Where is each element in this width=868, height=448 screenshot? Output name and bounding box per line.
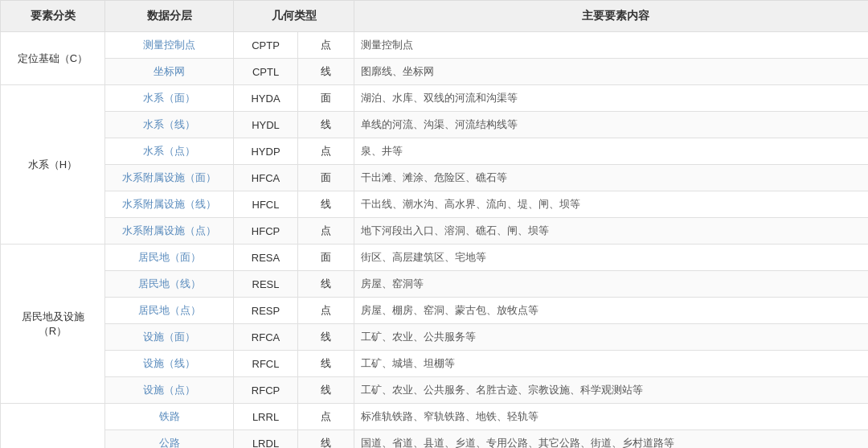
content-cell: 泉、井等 [354, 138, 869, 165]
header-category: 要素分类 [1, 1, 105, 32]
layer-name-cell: 公路 [105, 430, 234, 449]
layer-name-cell: 设施（面） [105, 324, 234, 351]
geo-type-cell: 点 [298, 404, 354, 430]
content-cell: 国道、省道、县道、乡道、专用公路、其它公路、街道、乡村道路等 [354, 430, 869, 449]
code-cell: HFCA [234, 165, 298, 191]
content-cell: 干出滩、滩涂、危险区、礁石等 [354, 165, 869, 191]
layer-name-cell: 居民地（线） [105, 271, 234, 298]
geo-type-cell: 点 [298, 32, 354, 59]
code-cell: HYDL [234, 112, 298, 138]
content-cell: 房屋、窑洞等 [354, 271, 869, 298]
geo-type-cell: 面 [298, 85, 354, 112]
layer-name-cell: 测量控制点 [105, 32, 234, 59]
content-cell: 湖泊、水库、双线的河流和沟渠等 [354, 85, 869, 112]
code-cell: LRRL [234, 404, 298, 430]
geo-type-cell: 面 [298, 245, 354, 271]
code-cell: HYDA [234, 85, 298, 112]
geo-type-cell: 线 [298, 59, 354, 85]
layer-name-cell: 设施（点） [105, 377, 234, 404]
layer-name-cell: 水系（点） [105, 138, 234, 165]
content-cell: 工矿、农业、公共服务、名胜古迹、宗教设施、科学观测站等 [354, 377, 869, 404]
layer-name-cell: 水系（线） [105, 112, 234, 138]
geo-type-cell: 线 [298, 324, 354, 351]
category-cell: 定位基础（C） [1, 32, 105, 85]
code-cell: CPTL [234, 59, 298, 85]
geo-type-cell: 点 [298, 298, 354, 324]
code-cell: RFCP [234, 377, 298, 404]
geo-type-cell: 线 [298, 377, 354, 404]
category-cell: 交通（L） [1, 404, 105, 449]
content-cell: 测量控制点 [354, 32, 869, 59]
layer-name-cell: 水系附属设施（线） [105, 191, 234, 218]
layer-name-cell: 水系附属设施（点） [105, 218, 234, 245]
content-cell: 街区、高层建筑区、宅地等 [354, 245, 869, 271]
geo-type-cell: 线 [298, 191, 354, 218]
header-content: 主要要素内容 [354, 1, 869, 32]
geo-type-cell: 线 [298, 112, 354, 138]
layer-name-cell: 铁路 [105, 404, 234, 430]
content-cell: 工矿、农业、公共服务等 [354, 324, 869, 351]
geo-type-cell: 线 [298, 271, 354, 298]
code-cell: LRDL [234, 430, 298, 449]
code-cell: HYDP [234, 138, 298, 165]
layer-name-cell: 坐标网 [105, 59, 234, 85]
header-layer: 数据分层 [105, 1, 234, 32]
layer-name-cell: 居民地（点） [105, 298, 234, 324]
content-cell: 房屋、棚房、窑洞、蒙古包、放牧点等 [354, 298, 869, 324]
category-cell: 水系（H） [1, 85, 105, 245]
code-cell: RESA [234, 245, 298, 271]
content-cell: 标准轨铁路、窄轨铁路、地铁、轻轨等 [354, 404, 869, 430]
header-code: 几何类型 [234, 1, 354, 32]
layer-name-cell: 设施（线） [105, 351, 234, 377]
code-cell: HFCP [234, 218, 298, 245]
geo-type-cell: 线 [298, 351, 354, 377]
geo-type-cell: 线 [298, 430, 354, 449]
code-cell: HFCL [234, 191, 298, 218]
code-cell: RESP [234, 298, 298, 324]
geo-type-cell: 点 [298, 218, 354, 245]
geo-type-cell: 点 [298, 138, 354, 165]
content-cell: 干出线、潮水沟、高水界、流向、堤、闸、坝等 [354, 191, 869, 218]
content-cell: 单线的河流、沟渠、河流结构线等 [354, 112, 869, 138]
content-cell: 工矿、城墙、坦棚等 [354, 351, 869, 377]
layer-name-cell: 水系（面） [105, 85, 234, 112]
content-cell: 图廓线、坐标网 [354, 59, 869, 85]
geo-type-cell: 面 [298, 165, 354, 191]
code-cell: RFCA [234, 324, 298, 351]
data-table: 要素分类 数据分层 几何类型 主要要素内容 定位基础（C）测量控制点CPTP点测… [0, 0, 868, 448]
main-container: 要素分类 数据分层 几何类型 主要要素内容 定位基础（C）测量控制点CPTP点测… [0, 0, 868, 448]
content-cell: 地下河段出入口、溶洞、礁石、闸、坝等 [354, 218, 869, 245]
code-cell: RESL [234, 271, 298, 298]
layer-name-cell: 居民地（面） [105, 245, 234, 271]
code-cell: RFCL [234, 351, 298, 377]
code-cell: CPTP [234, 32, 298, 59]
layer-name-cell: 水系附属设施（面） [105, 165, 234, 191]
category-cell: 居民地及设施（R） [1, 245, 105, 404]
